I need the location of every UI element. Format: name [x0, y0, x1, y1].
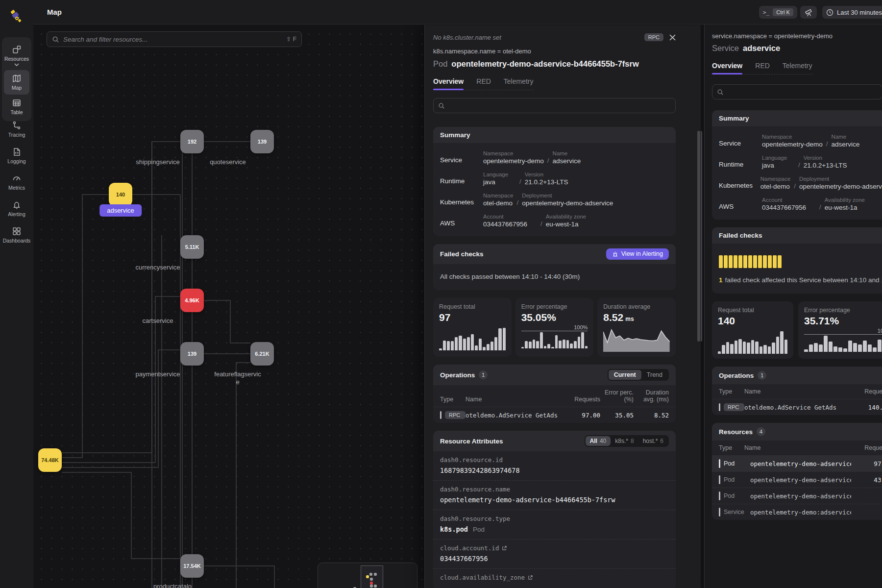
ctrl-k-shortcut: Ctrl K [773, 8, 793, 16]
operations-count: 1 [479, 370, 488, 379]
map-node-quoteservice[interactable]: 139 [250, 130, 274, 153]
search-shortcut-hint: ⇧ F [286, 36, 296, 43]
resources-card: Resources 4 Type Name Requests Pod opent… [712, 423, 882, 520]
resource-title: adservice [743, 44, 780, 52]
tab-red[interactable]: RED [476, 77, 491, 90]
alert-siren-icon [612, 251, 618, 257]
tab-overview[interactable]: Overview [712, 62, 742, 74]
app-logo[interactable] [8, 8, 24, 24]
failed-checks-title: Failed checks [440, 250, 484, 258]
summary-row-service: Service Namespaceopentelemetry-demo / Na… [433, 147, 676, 168]
sidebar-item-logging[interactable]: Logging [2, 147, 31, 164]
sidebar-item-alerting[interactable]: Alerting [2, 200, 31, 217]
toggle-current[interactable]: Current [609, 370, 641, 380]
clock-icon [826, 9, 833, 16]
duration-average-card: Duration average 8.52ms [597, 298, 676, 357]
resource-row[interactable]: Pod opentelemetry-demo-adservice-b… 97.0… [712, 456, 882, 471]
pod-panel-search[interactable] [433, 98, 676, 113]
external-link-icon[interactable] [528, 575, 533, 580]
time-range-label: Last 30 minutes [837, 9, 882, 16]
resource-attributes-title: Resource Attributes [440, 438, 503, 445]
failed-checks-segments [719, 255, 882, 268]
summary-row-runtime: Runtime Languagejava / Version21.0.2+13-… [433, 168, 676, 189]
tab-telemetry[interactable]: Telemetry [783, 62, 812, 74]
external-link-icon[interactable] [502, 545, 507, 551]
sidebar-item-map[interactable]: Map [4, 70, 29, 95]
rpc-badge: RPC [724, 403, 744, 411]
summary-row-aws: AWS Account034437667956 / Availability z… [433, 210, 676, 231]
resource-attributes-card: Resource Attributes All40 k8s.*8 host.*6… [433, 431, 676, 588]
command-palette-button[interactable]: >_ Ctrl K [759, 6, 797, 19]
resource-title: opentelemetry-demo-adservice-b4466455b-7… [451, 59, 638, 68]
tab-overview[interactable]: Overview [433, 77, 464, 90]
failed-checks-card: Failed checks 1failed check affected thi… [712, 227, 882, 294]
attribute-row: dash0.resource.name opentelemetry-demo-a… [433, 480, 676, 510]
map-node-label: quoteservice [194, 158, 262, 166]
operation-name: oteldemo.AdService GetAds [466, 412, 569, 419]
page-title: Map [47, 8, 62, 16]
map-node-label: productcatalogservice [153, 583, 192, 588]
service-tabs: Overview RED Telemetry [712, 62, 812, 74]
resource-row[interactable]: Service opentelemetry-demo:adservice [712, 504, 882, 520]
map-node-productcatalogservice[interactable]: 17.54K [180, 554, 204, 578]
sidebar-item-table[interactable]: Table [4, 95, 29, 119]
tab-red[interactable]: RED [755, 62, 770, 74]
operation-name: oteldemo.AdService GetAds [744, 404, 849, 411]
summary-row-runtime: Runtime Languagejava / Version21.0.2+13-… [712, 151, 882, 172]
current-trend-toggle: Current Trend [608, 369, 669, 381]
map-node-featureflagservice[interactable]: 6.21K [250, 342, 274, 366]
map-icon [12, 74, 22, 83]
search-icon [717, 89, 724, 96]
filter-host[interactable]: host.*6 [638, 436, 668, 446]
map-node-label: currencyservice [123, 264, 192, 271]
map-search-bar[interactable]: ⇧ F [47, 31, 302, 47]
filter-k8s[interactable]: k8s.*8 [611, 436, 638, 446]
map-node-cartservice[interactable]: 4.96K [180, 289, 204, 312]
toggle-trend[interactable]: Trend [641, 370, 668, 380]
attribute-row: cloud.account.id 034437667956 [433, 539, 676, 568]
close-icon[interactable] [669, 34, 676, 41]
map-node-frontend[interactable]: 74.48K [38, 448, 62, 472]
search-icon [438, 102, 445, 109]
resource-kind: Pod [433, 59, 447, 68]
operation-row[interactable]: RPC oteldemo.AdService GetAds 97.00 35.0… [433, 407, 676, 423]
operation-row[interactable]: RPC oteldemo.AdService GetAds 140.00 [712, 399, 882, 415]
sidebar-item-tracing[interactable]: Tracing [2, 121, 31, 138]
sidebar-item-resources[interactable]: Resources [4, 41, 29, 70]
filter-all[interactable]: All40 [586, 436, 611, 446]
map-node-selected-chip[interactable]: adservice [99, 204, 142, 217]
map-node-shippingservice[interactable]: 192 [180, 130, 204, 153]
terminal-icon: >_ [763, 9, 769, 16]
dashboards-icon [12, 226, 22, 236]
namespace-line: k8s.namespace.name = otel-demo [433, 48, 676, 55]
rpc-badge: RPC [644, 33, 663, 41]
map-search-input[interactable] [63, 36, 282, 43]
resource-row[interactable]: Pod opentelemetry-demo-adservice-b… 43.0… [712, 471, 882, 488]
pod-detail-panel: No k8s.cluster.name set RPC k8s.namespac… [424, 25, 701, 588]
minimap[interactable] [318, 563, 417, 588]
service-panel-search[interactable] [712, 84, 882, 99]
map-node-paymentservice[interactable]: 139 [180, 342, 204, 366]
sidebar-item-metrics[interactable]: Metrics [2, 173, 31, 191]
topbar: Map >_ Ctrl K Last 30 minutes [33, 0, 882, 24]
ref-100-label: 100% [804, 328, 882, 334]
attribute-filters: All40 k8s.*8 host.*6 [585, 435, 669, 447]
time-range-button[interactable]: Last 30 minutes [822, 6, 882, 19]
table-icon [12, 98, 22, 108]
failed-checks-title: Failed checks [712, 227, 882, 244]
tab-telemetry[interactable]: Telemetry [504, 77, 534, 90]
sidebar-item-dashboards[interactable]: Dashboards [2, 226, 31, 244]
operations-card: Operations 1 Type Name Requests RPC otel… [712, 367, 882, 415]
map-node-adservice[interactable]: 140 [109, 183, 132, 206]
summary-header: Summary [712, 110, 882, 126]
sidebar-item-label: Resources [4, 56, 29, 62]
operations-title: Operations [719, 372, 754, 379]
resource-row[interactable]: Pod opentelemetry-demo-adservice-b… [712, 488, 882, 504]
view-in-alerting-button[interactable]: View in Alerting [606, 248, 669, 260]
summary-row-kubernetes: Kubernetes Namespaceotel-demo / Deployme… [712, 172, 882, 194]
map-node-currencyservice[interactable]: 5.11K [180, 235, 204, 259]
attribute-row: dash0.resource.type k8s.podPod [433, 510, 676, 539]
namespace-line: service.namespace = opentelemetry-demo [712, 32, 882, 40]
drawer-scrollbar[interactable] [697, 131, 700, 342]
explore-button[interactable] [800, 6, 817, 19]
